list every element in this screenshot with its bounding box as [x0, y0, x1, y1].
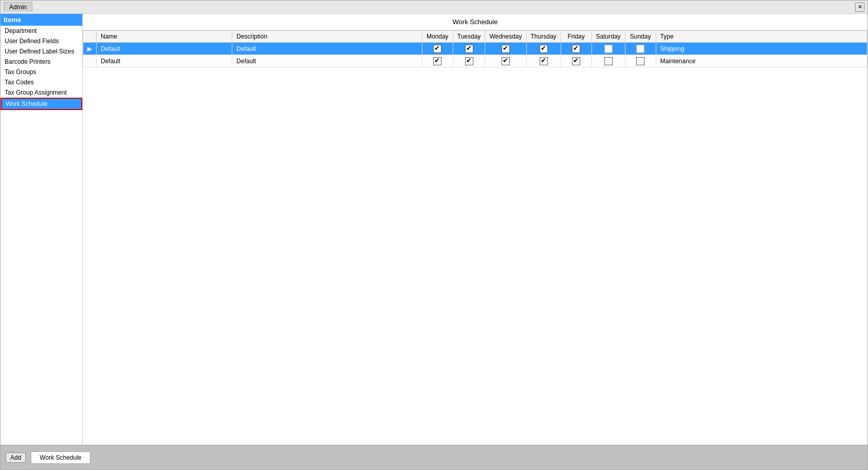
col-header-monday: Monday [422, 31, 453, 43]
col-header-wednesday: Wednesday [485, 31, 526, 43]
title-bar-left: Admin [4, 2, 32, 12]
wednesday-checkbox[interactable] [502, 57, 510, 65]
sidebar-item-tax-group-assignment[interactable]: Tax Group Assignment [1, 87, 82, 98]
col-header-friday: Friday [561, 31, 592, 43]
row-thursday[interactable] [526, 55, 561, 67]
footer: Add Work Schedule [1, 445, 867, 469]
row-sunday[interactable] [625, 43, 656, 55]
row-saturday[interactable] [592, 43, 625, 55]
row-description: Default [232, 43, 422, 55]
content-area: Items DepartmentUser Defined FieldsUser … [1, 14, 867, 445]
col-header-name: Name [97, 31, 232, 43]
sidebar-header: Items [1, 14, 82, 26]
row-description: Default [232, 55, 422, 67]
col-header-thursday: Thursday [526, 31, 561, 43]
tuesday-checkbox[interactable] [465, 57, 473, 65]
row-monday[interactable] [422, 55, 453, 67]
wednesday-checkbox[interactable] [502, 45, 510, 53]
row-arrow [83, 55, 97, 67]
row-saturday[interactable] [592, 55, 625, 67]
sidebar-item-user-defined-label-sizes[interactable]: User Defined Label Sizes [1, 46, 82, 57]
title-bar: Admin ✕ [1, 1, 867, 14]
row-wednesday[interactable] [485, 43, 526, 55]
row-friday[interactable] [561, 43, 592, 55]
row-sunday[interactable] [625, 55, 656, 67]
add-button[interactable]: Add [6, 453, 26, 463]
col-header-tuesday: Tuesday [453, 31, 485, 43]
friday-checkbox[interactable] [572, 57, 580, 65]
col-header-description: Description [232, 31, 422, 43]
main-window: Admin ✕ Items DepartmentUser Defined Fie… [0, 0, 868, 470]
work-schedule-title: Work Schedule [83, 14, 867, 30]
sidebar: Items DepartmentUser Defined FieldsUser … [1, 14, 83, 445]
table-container: NameDescriptionMondayTuesdayWednesdayThu… [83, 30, 867, 445]
main-content-area: Work Schedule NameDescriptionMondayTuesd… [83, 14, 867, 445]
row-wednesday[interactable] [485, 55, 526, 67]
row-tuesday[interactable] [453, 55, 485, 67]
sidebar-item-department[interactable]: Department [1, 26, 82, 36]
col-header-sunday: Sunday [625, 31, 656, 43]
work-schedule-table: NameDescriptionMondayTuesdayWednesdayThu… [83, 30, 867, 67]
col-header- [83, 31, 97, 43]
sidebar-item-work-schedule[interactable]: Work Schedule [1, 98, 82, 110]
sidebar-item-tax-codes[interactable]: Tax Codes [1, 77, 82, 87]
row-thursday[interactable] [526, 43, 561, 55]
row-friday[interactable] [561, 55, 592, 67]
close-button[interactable]: ✕ [855, 3, 864, 12]
thursday-checkbox[interactable] [540, 57, 548, 65]
row-name: Default [97, 55, 232, 67]
col-header-saturday: Saturday [592, 31, 625, 43]
table-row[interactable]: ▶DefaultDefaultShipping [83, 43, 867, 55]
sunday-checkbox[interactable] [636, 45, 644, 53]
row-type: Shipping [656, 43, 867, 55]
col-header-type: Type [656, 31, 867, 43]
row-monday[interactable] [422, 43, 453, 55]
friday-checkbox[interactable] [572, 45, 580, 53]
sidebar-item-barcode-printers[interactable]: Barcode Printers [1, 57, 82, 67]
admin-tab[interactable]: Admin [4, 2, 32, 12]
sunday-checkbox[interactable] [636, 57, 644, 65]
saturday-checkbox[interactable] [604, 57, 613, 65]
table-row[interactable]: DefaultDefaultMaintenance [83, 55, 867, 67]
sidebar-item-user-defined-fields[interactable]: User Defined Fields [1, 36, 82, 46]
footer-tab[interactable]: Work Schedule [31, 451, 90, 464]
monday-checkbox[interactable] [433, 57, 441, 65]
row-type: Maintenance [656, 55, 867, 67]
row-name: Default [97, 43, 232, 55]
row-tuesday[interactable] [453, 43, 485, 55]
sidebar-item-tax-groups[interactable]: Tax Groups [1, 67, 82, 77]
row-arrow: ▶ [83, 43, 97, 55]
tuesday-checkbox[interactable] [465, 45, 473, 53]
saturday-checkbox[interactable] [604, 45, 613, 53]
thursday-checkbox[interactable] [540, 45, 548, 53]
monday-checkbox[interactable] [433, 45, 441, 53]
